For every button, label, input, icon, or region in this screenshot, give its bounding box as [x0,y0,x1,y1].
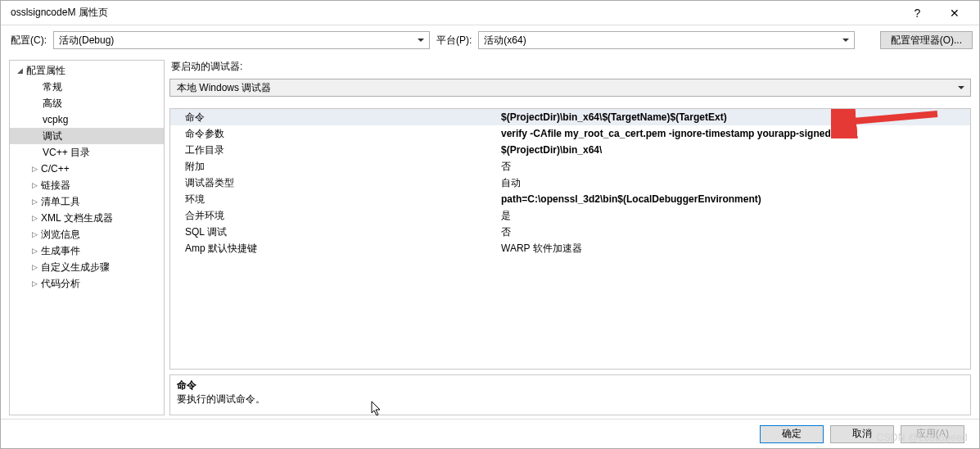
property-key: 命令 [170,111,498,125]
tree-item-label: 浏览信息 [41,228,80,242]
tree-item-label: 调试 [43,129,62,143]
property-row[interactable]: Amp 默认快捷键WARP 软件加速器 [170,240,970,256]
property-key: 环境 [170,193,498,206]
config-row: 配置(C): 活动(Debug) 平台(P): 活动(x64) 配置管理器(O)… [1,25,979,55]
cancel-button[interactable]: 取消 [830,425,894,443]
tree-root-label: 配置属性 [26,64,65,78]
titlebar: osslsigncodeM 属性页 ? ✕ [1,1,979,25]
tree-item-label: VC++ 目录 [43,146,90,160]
content-panel: 要启动的调试器: 本地 Windows 调试器 命令$(ProjectDir)\… [169,60,971,415]
property-value[interactable]: $(ProjectDir)\bin_x64\ [498,144,970,156]
property-grid[interactable]: 命令$(ProjectDir)\bin_x64\$(TargetName)$(T… [169,108,971,370]
expand-icon: ▷ [29,229,39,239]
help-title: 命令 [177,379,964,392]
tree-item-vcdirs[interactable]: VC++ 目录 [10,144,164,161]
property-key: 工作目录 [170,143,498,157]
tree-item-buildevents[interactable]: ▷ 生成事件 [10,243,164,259]
tree-item-manifest[interactable]: ▷ 清单工具 [10,193,164,210]
tree-item-label: 链接器 [41,179,70,193]
property-key: 调试器类型 [170,176,498,190]
property-value[interactable]: path=C:\openssl_3d2\bin$(LocalDebuggerEn… [498,193,970,205]
sidebar[interactable]: ◢ 配置属性 常规 高级 vcpkg 调试 VC++ 目录 ▷ C/C++ [9,60,165,415]
tree-item-codeanalysis[interactable]: ▷ 代码分析 [10,275,164,292]
tree-item-label: C/C++ [41,163,70,175]
tree-item-label: vcpkg [43,114,68,125]
tree-item-label: 高级 [43,97,62,111]
config-label: 配置(C): [11,34,47,48]
tree-item-general[interactable]: 常规 [10,79,164,95]
property-key: 合并环境 [170,209,498,223]
property-row[interactable]: 调试器类型自动 [170,175,970,191]
property-row[interactable]: 工作目录$(ProjectDir)\bin_x64\ [170,142,970,158]
apply-button[interactable]: 应用(A) [901,425,964,443]
expand-icon: ▷ [29,197,39,206]
tree-item-label: 生成事件 [41,244,80,258]
property-row[interactable]: 环境path=C:\openssl_3d2\bin$(LocalDebugger… [170,191,970,207]
property-value[interactable]: 否 [498,160,970,174]
tree-item-debug[interactable]: 调试 [10,128,164,144]
platform-combo[interactable]: 活动(x64) [478,31,855,49]
tree-item-label: 自定义生成步骤 [41,261,110,274]
tree-item-custombuild[interactable]: ▷ 自定义生成步骤 [10,259,164,275]
property-key: 附加 [170,160,498,174]
config-manager-button[interactable]: 配置管理器(O)... [880,31,973,49]
platform-combo-value: 活动(x64) [484,34,526,48]
expand-icon: ▷ [29,164,39,174]
window-title: osslsigncodeM 属性页 [7,6,899,20]
property-row[interactable]: 合并环境是 [170,207,970,224]
main-area: ◢ 配置属性 常规 高级 vcpkg 调试 VC++ 目录 ▷ C/C++ [1,55,979,415]
expand-icon: ▷ [29,213,39,223]
debugger-combo-value: 本地 Windows 调试器 [177,81,271,95]
property-value[interactable]: WARP 软件加速器 [498,242,970,256]
help-text: 要执行的调试命令。 [177,392,964,406]
property-value[interactable]: $(ProjectDir)\bin_x64\$(TargetName)$(Tar… [498,111,970,123]
tree-root[interactable]: ◢ 配置属性 [10,62,164,79]
tree-item-linker[interactable]: ▷ 链接器 [10,177,164,193]
help-box: 命令 要执行的调试命令。 [169,374,971,415]
debugger-combo[interactable]: 本地 Windows 调试器 [169,79,971,97]
help-button[interactable]: ? [899,2,936,25]
platform-label: 平台(P): [436,34,472,48]
property-row[interactable]: 命令参数verify -CAfile my_root_ca_cert.pem -… [170,125,970,142]
debugger-label: 要启动的调试器: [171,60,971,74]
config-combo[interactable]: 活动(Debug) [53,31,430,49]
property-key: 命令参数 [170,127,498,141]
expand-icon: ▷ [29,262,39,272]
ok-button[interactable]: 确定 [760,425,824,443]
collapse-icon: ◢ [15,66,25,75]
footer: 确定 取消 应用(A) [1,419,979,448]
tree-item-label: 常规 [43,80,62,94]
expand-icon: ▷ [29,246,39,256]
expand-icon: ▷ [29,279,39,288]
tree-item-xmldoc[interactable]: ▷ XML 文档生成器 [10,210,164,226]
close-button[interactable]: ✕ [936,2,973,25]
tree-item-advanced[interactable]: 高级 [10,95,164,111]
config-combo-value: 活动(Debug) [59,34,114,48]
tree-item-label: 清单工具 [41,195,80,209]
property-value[interactable]: 是 [498,209,970,223]
property-value[interactable]: verify -CAfile my_root_ca_cert.pem -igno… [498,128,970,139]
tree-item-vcpkg[interactable]: vcpkg [10,111,164,128]
tree-item-label: 代码分析 [41,277,80,291]
tree-item-cpp[interactable]: ▷ C/C++ [10,161,164,177]
tree: ◢ 配置属性 常规 高级 vcpkg 调试 VC++ 目录 ▷ C/C++ [10,61,164,293]
property-row[interactable]: SQL 调试否 [170,224,970,240]
tree-item-label: XML 文档生成器 [41,211,113,225]
property-row[interactable]: 命令$(ProjectDir)\bin_x64\$(TargetName)$(T… [170,109,970,125]
tree-item-browse[interactable]: ▷ 浏览信息 [10,226,164,243]
property-key: SQL 调试 [170,225,498,239]
property-key: Amp 默认快捷键 [170,242,498,256]
property-row[interactable]: 附加否 [170,158,970,175]
expand-icon: ▷ [29,180,39,190]
property-value[interactable]: 否 [498,225,970,239]
property-value[interactable]: 自动 [498,176,970,190]
